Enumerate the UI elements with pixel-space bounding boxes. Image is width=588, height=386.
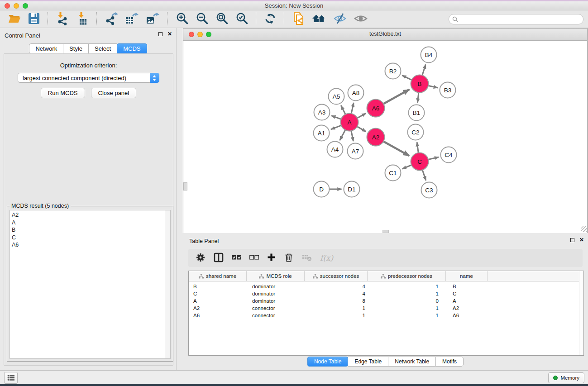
vertical-splitter-handle[interactable] [183, 182, 187, 191]
graph-node-B[interactable]: B [411, 75, 429, 93]
tab-network[interactable]: Network [29, 43, 63, 54]
tab-style[interactable]: Style [63, 43, 89, 54]
graph-node-C2[interactable]: C2 [408, 124, 424, 140]
graph-node-A2[interactable]: A2 [367, 129, 385, 146]
graph-node-C4[interactable]: C4 [441, 147, 457, 163]
graph-node-A7[interactable]: A7 [348, 143, 363, 159]
graph-node-A[interactable]: A [341, 114, 359, 131]
mcds-result-item[interactable]: B [10, 226, 170, 234]
delete-table-button[interactable] [302, 253, 312, 263]
create-column-button[interactable] [267, 253, 276, 263]
graph-edge-C-C1[interactable] [402, 165, 411, 169]
graph-edge-C-C4[interactable] [428, 157, 439, 159]
graph-edge-C-C2[interactable] [417, 142, 418, 152]
select-all-columns-button[interactable] [232, 255, 241, 262]
tab-motifs[interactable]: Motifs [435, 357, 464, 367]
horizontal-splitter-handle[interactable] [382, 230, 389, 233]
graph-node-C[interactable]: C [411, 153, 429, 171]
save-session-button[interactable] [25, 11, 43, 27]
table-scrollbar-track[interactable] [579, 271, 583, 355]
table-row[interactable]: A6connector11A6 [189, 312, 583, 319]
graph-node-A1[interactable]: A1 [314, 125, 330, 141]
export-table-button[interactable] [122, 11, 141, 28]
tab-select[interactable]: Select [88, 43, 117, 54]
task-history-button[interactable] [4, 372, 18, 384]
table-row[interactable]: Cdominator41C [189, 290, 583, 297]
graph-edge-A6-B[interactable] [383, 90, 409, 104]
show-graphics-button[interactable] [351, 11, 370, 28]
graph-node-D1[interactable]: D1 [344, 181, 360, 197]
graph-edge-A-A3[interactable] [331, 116, 341, 119]
mcds-result-item[interactable]: A6 [10, 241, 170, 249]
graph-node-A3[interactable]: A3 [314, 105, 330, 120]
float-panel-icon[interactable] [158, 32, 163, 36]
column-header-mcds-role[interactable]: MCDS role [247, 271, 305, 281]
zoom-fit-button[interactable] [213, 11, 231, 28]
table-row[interactable]: A2connector11A2 [189, 305, 583, 312]
graph-edge-B-B1[interactable] [417, 92, 418, 102]
graph-edge-A-A1[interactable] [331, 125, 341, 129]
table-settings-button[interactable] [196, 253, 206, 264]
graph-edge-B-B2[interactable] [402, 76, 411, 80]
table-row[interactable]: Bdominator41B [189, 283, 583, 290]
graph-node-B1[interactable]: B1 [409, 105, 425, 121]
function-builder-label[interactable]: f(x) [320, 253, 333, 262]
float-table-panel-icon[interactable] [570, 238, 574, 242]
mcds-result-item[interactable]: A2 [10, 210, 170, 219]
export-image-button[interactable] [143, 11, 162, 28]
hide-graphics-button[interactable] [330, 11, 349, 28]
run-mcds-button[interactable]: Run MCDS [41, 88, 85, 98]
open-session-button[interactable] [5, 11, 24, 27]
tab-edge-table[interactable]: Edge Table [348, 357, 388, 367]
network-canvas[interactable]: B4B2BB3A5A8A6B1A3AC2A1A2A4A7C4CC1C3DD1 [183, 41, 587, 233]
scrollbar-track[interactable] [165, 210, 170, 358]
graph-node-A8[interactable]: A8 [348, 85, 364, 101]
graph-edge-B-B3[interactable] [428, 86, 438, 88]
zoom-in-button[interactable] [173, 11, 191, 28]
tab-node-table[interactable]: Node Table [307, 357, 349, 367]
tab-network-table[interactable]: Network Table [388, 357, 436, 367]
graph-node-A6[interactable]: A6 [367, 100, 385, 117]
graph-edge-A-A7[interactable] [351, 131, 354, 141]
graph-node-B4[interactable]: B4 [421, 47, 437, 63]
criterion-select[interactable]: largest connected component (directed) [18, 73, 159, 83]
close-panel-button[interactable]: Close panel [91, 88, 137, 98]
zoom-selected-button[interactable] [233, 11, 251, 28]
graph-edge-A-A8[interactable] [351, 103, 354, 114]
graph-node-B2[interactable]: B2 [385, 63, 401, 79]
graph-node-C1[interactable]: C1 [385, 165, 401, 181]
close-table-panel-icon[interactable]: ✕ [579, 238, 584, 242]
home-view-button[interactable] [310, 11, 329, 27]
memory-button[interactable]: Memory [548, 372, 584, 383]
graph-node-D[interactable]: D [314, 181, 330, 197]
graph-edge-A-A5[interactable] [341, 105, 345, 114]
table-row[interactable]: Adominator80A [189, 297, 583, 305]
zoom-out-button[interactable] [193, 11, 211, 28]
import-network-button[interactable] [53, 11, 72, 28]
graph-edge-C-C3[interactable] [422, 170, 426, 180]
column-header-successor-nodes[interactable]: successor nodes [305, 271, 368, 281]
graph-edge-B-B4[interactable] [422, 64, 425, 75]
search-input[interactable] [460, 15, 580, 24]
mcds-result-item[interactable]: A [10, 219, 170, 227]
graph-edge-A-A6[interactable] [357, 114, 366, 118]
import-table-button[interactable] [73, 11, 91, 28]
graph-edge-A-A2[interactable] [357, 127, 366, 132]
window-resize-grip[interactable] [581, 226, 587, 232]
graph-node-C3[interactable]: C3 [421, 182, 437, 198]
export-network-button[interactable] [102, 11, 120, 28]
network-document-button[interactable] [290, 10, 308, 28]
unselect-all-columns-button[interactable] [249, 255, 259, 262]
graph-node-A5[interactable]: A5 [329, 89, 344, 105]
graph-node-A4[interactable]: A4 [327, 142, 343, 157]
delete-column-button[interactable] [284, 253, 294, 264]
graph-node-B3[interactable]: B3 [440, 82, 456, 98]
column-header-shared-name[interactable]: shared name [189, 271, 247, 281]
refresh-view-button[interactable] [262, 11, 279, 27]
show-column-panel-button[interactable] [214, 253, 224, 264]
graph-edge-A-A4[interactable] [340, 130, 345, 140]
column-header-name[interactable]: name [446, 271, 488, 281]
tab-mcds[interactable]: MCDS [117, 43, 147, 54]
mcds-result-item[interactable]: C [10, 234, 170, 242]
close-panel-icon[interactable]: ✕ [167, 32, 172, 36]
